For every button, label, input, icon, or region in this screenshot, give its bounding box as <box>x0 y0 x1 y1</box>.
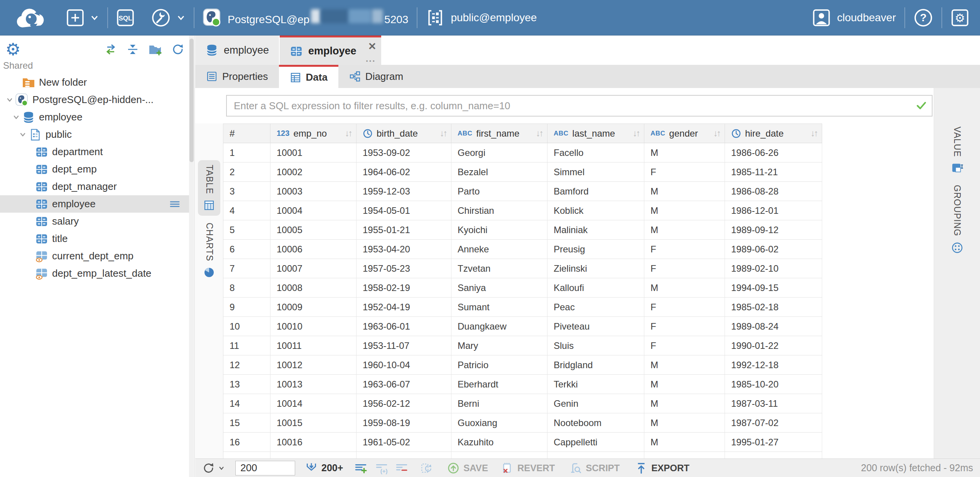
data-cell[interactable]: F <box>644 298 725 317</box>
data-cell[interactable]: 10001 <box>270 143 357 162</box>
data-cell[interactable]: 10011 <box>270 336 357 355</box>
data-cell[interactable]: 1985-10-20 <box>725 375 822 394</box>
tree-item-title[interactable]: title <box>0 230 190 247</box>
row-number-cell[interactable]: 11 <box>223 336 270 355</box>
save-button[interactable]: SAVE <box>447 462 488 474</box>
data-cell[interactable]: 10010 <box>270 317 357 336</box>
node-menu-icon[interactable] <box>169 198 181 210</box>
data-cell[interactable]: Genin <box>547 394 644 413</box>
data-cell[interactable]: Saniya <box>451 278 547 298</box>
row-limit-input[interactable] <box>235 461 295 475</box>
data-cell[interactable]: 1955-01-21 <box>357 220 451 240</box>
sort-icon[interactable]: ↓↑ <box>713 128 720 139</box>
data-cell[interactable]: Facello <box>547 143 644 162</box>
chevron-expanded-icon[interactable] <box>5 95 14 105</box>
new-folder-icon[interactable] <box>148 42 162 56</box>
data-cell[interactable]: Kalloufi <box>547 278 644 298</box>
data-cell[interactable]: 10013 <box>270 375 357 394</box>
data-cell[interactable]: 10015 <box>270 413 357 433</box>
tree-item-salary[interactable]: salary <box>0 213 190 230</box>
sync-connection-icon[interactable] <box>104 43 117 56</box>
user-menu[interactable]: cloudbeaver <box>804 0 904 36</box>
data-cell[interactable]: Zielinski <box>547 259 644 278</box>
app-logo[interactable] <box>0 0 58 36</box>
data-cell[interactable]: Nooteboom <box>547 413 644 433</box>
collapse-all-icon[interactable] <box>127 43 139 56</box>
row-number-cell[interactable]: 12 <box>223 355 270 375</box>
data-cell[interactable]: Eberhardt <box>451 375 547 394</box>
scrollbar-thumb[interactable] <box>189 39 194 162</box>
column-header-hire_date[interactable]: hire_date↓↑ <box>725 124 822 143</box>
data-cell[interactable]: 1956-02-12 <box>357 394 451 413</box>
data-cell[interactable]: Kazuhito <box>451 433 547 452</box>
script-button[interactable]: SCRIPT <box>569 462 620 474</box>
tab-overflow-icon[interactable]: ... <box>366 54 376 63</box>
data-cell[interactable]: F <box>644 162 725 182</box>
data-cell[interactable]: 1954-05-01 <box>357 201 451 220</box>
data-cell[interactable]: Peac <box>547 298 644 317</box>
data-cell[interactable]: M <box>644 355 725 375</box>
column-header-first_name[interactable]: ABCfirst_name↓↑ <box>451 124 547 143</box>
row-number-cell[interactable]: 8 <box>223 278 270 298</box>
data-cell[interactable]: 10005 <box>270 220 357 240</box>
tree-item-dept-emp-latest-date[interactable]: dept_emp_latest_date <box>0 265 190 282</box>
data-cell[interactable]: M <box>644 201 725 220</box>
data-cell[interactable]: Guoxiang <box>451 413 547 433</box>
tab-diagram[interactable]: Diagram <box>338 65 414 88</box>
data-cell[interactable]: M <box>644 143 725 162</box>
data-cell[interactable]: M <box>644 182 725 201</box>
new-connection-button[interactable] <box>58 0 107 36</box>
row-number-cell[interactable]: 9 <box>223 298 270 317</box>
data-cell[interactable]: Bridgland <box>547 355 644 375</box>
data-cell[interactable]: 10008 <box>270 278 357 298</box>
apply-filter-icon[interactable] <box>916 100 927 112</box>
data-cell[interactable]: 1960-10-04 <box>357 355 451 375</box>
close-icon[interactable]: ✕ <box>368 41 377 51</box>
chevron-expanded-icon[interactable] <box>12 113 21 122</box>
column-header-birth_date[interactable]: birth_date↓↑ <box>357 124 451 143</box>
row-number-cell[interactable]: 16 <box>223 433 270 452</box>
data-cell[interactable]: 1964-06-02 <box>357 162 451 182</box>
apply-changes-button[interactable] <box>420 462 433 474</box>
tree-item-new-folder[interactable]: New folder <box>0 74 190 91</box>
tree-item-department[interactable]: department <box>0 143 190 161</box>
data-cell[interactable]: 1987-03-11 <box>725 394 822 413</box>
sort-icon[interactable]: ↓↑ <box>536 128 542 139</box>
revert-button[interactable]: REVERT <box>501 462 555 474</box>
data-cell[interactable]: Mary <box>451 336 547 355</box>
data-cell[interactable]: 1957-05-23 <box>357 259 451 278</box>
data-cell[interactable]: 1953-11-07 <box>357 336 451 355</box>
row-number-cell[interactable]: 7 <box>223 259 270 278</box>
tree-item-postgresql-ep-hidden[interactable]: PostgreSQL@ep-hidden-... <box>0 91 190 108</box>
row-number-cell[interactable]: 1 <box>223 143 270 162</box>
data-cell[interactable]: 1963-06-01 <box>357 317 451 336</box>
data-cell[interactable]: 1985-02-18 <box>725 298 822 317</box>
column-header-emp_no[interactable]: 123emp_no↓↑ <box>270 124 357 143</box>
data-cell[interactable]: M <box>644 375 725 394</box>
sql-filter-input[interactable] <box>227 100 916 112</box>
data-cell[interactable]: Sumant <box>451 298 547 317</box>
table-presentation-tab[interactable]: TABLE <box>198 160 220 216</box>
data-cell[interactable]: 1953-04-20 <box>357 240 451 259</box>
data-cell[interactable]: 1963-06-07 <box>357 375 451 394</box>
row-number-cell[interactable]: 13 <box>223 375 270 394</box>
help-button[interactable]: ? <box>905 0 941 36</box>
data-cell[interactable]: M <box>644 394 725 413</box>
data-cell[interactable]: 1995-01-27 <box>725 433 822 452</box>
data-cell[interactable]: 10003 <box>270 182 357 201</box>
data-cell[interactable]: Maliniak <box>547 220 644 240</box>
data-cell[interactable]: Simmel <box>547 162 644 182</box>
data-cell[interactable]: F <box>644 336 725 355</box>
data-cell[interactable]: Chirstian <box>451 201 547 220</box>
refresh-results-button[interactable] <box>202 462 225 474</box>
tab-employee-table[interactable]: employee ✕ ... <box>280 36 381 65</box>
tab-employee-database[interactable]: employee <box>195 36 279 65</box>
duplicate-row-button[interactable]: (+) <box>375 462 388 474</box>
data-cell[interactable]: 1989-09-12 <box>725 220 822 240</box>
data-cell[interactable]: Sluis <box>547 336 644 355</box>
driver-tools-button[interactable] <box>143 0 194 36</box>
row-number-cell[interactable]: 15 <box>223 413 270 433</box>
add-row-button[interactable] <box>355 462 367 474</box>
data-cell[interactable]: Koblick <box>547 201 644 220</box>
sidebar-scrollbar[interactable] <box>189 36 194 477</box>
